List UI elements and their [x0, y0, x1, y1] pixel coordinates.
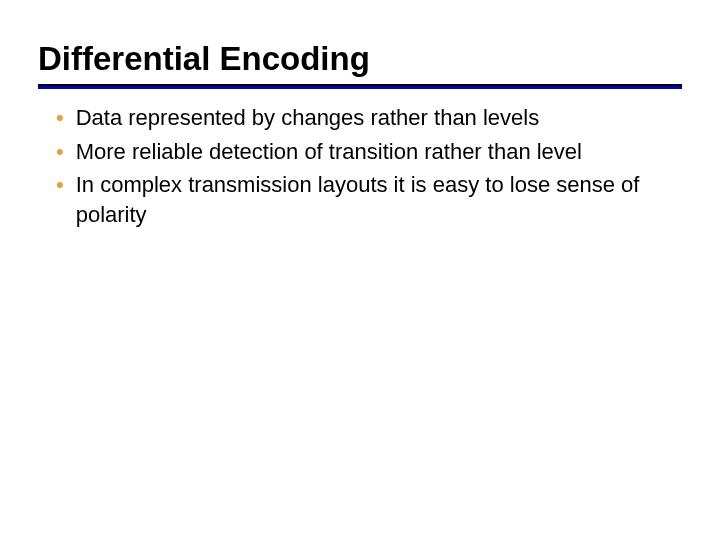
list-item: • Data represented by changes rather tha… — [56, 103, 682, 133]
slide-title: Differential Encoding — [38, 40, 682, 86]
list-item: • In complex transmission layouts it is … — [56, 170, 682, 229]
bullet-list: • Data represented by changes rather tha… — [38, 103, 682, 230]
title-underline — [38, 86, 682, 89]
bullet-icon: • — [56, 103, 64, 133]
bullet-text: Data represented by changes rather than … — [76, 103, 682, 133]
bullet-text: More reliable detection of transition ra… — [76, 137, 682, 167]
bullet-text: In complex transmission layouts it is ea… — [76, 170, 682, 229]
bullet-icon: • — [56, 170, 64, 200]
bullet-icon: • — [56, 137, 64, 167]
list-item: • More reliable detection of transition … — [56, 137, 682, 167]
